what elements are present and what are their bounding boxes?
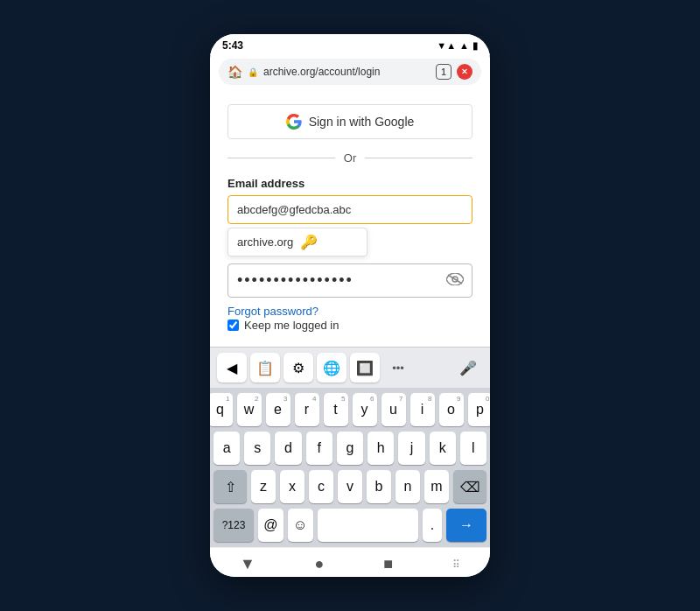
autocomplete-suggestion[interactable]: archive.org 🔑: [228, 228, 368, 256]
key-f[interactable]: f: [306, 432, 332, 465]
mic-button[interactable]: 🎤: [453, 353, 483, 383]
keep-logged-label: Keep me logged in: [244, 319, 339, 332]
key-y[interactable]: 6y: [353, 393, 377, 426]
status-bar: 5:43 ▼▲ ▲ ▮: [210, 34, 490, 55]
nav-home-icon[interactable]: ●: [315, 555, 325, 573]
key-g[interactable]: g: [337, 432, 363, 465]
key-spacebar[interactable]: [318, 509, 418, 542]
home-tab-icon: 🏠: [228, 65, 242, 79]
key-x[interactable]: x: [280, 470, 304, 503]
key-icon: 🔑: [300, 234, 318, 250]
nav-menu-icon[interactable]: ⠿: [452, 558, 460, 571]
login-form: Email address archive.org 🔑 Forgot pa: [228, 177, 472, 332]
key-c[interactable]: c: [309, 470, 333, 503]
keyboard-row-1: 1q 2w 3e 4r 5t 6y 7u 8i 9o 0p: [214, 393, 486, 426]
keep-logged-checkbox[interactable]: [228, 320, 239, 331]
phone-container: 5:43 ▼▲ ▲ ▮ 🏠 🔒 archive.org/account/logi…: [210, 34, 490, 577]
or-divider: Or: [228, 151, 472, 165]
nav-back-icon[interactable]: ▼: [240, 555, 256, 573]
eye-icon[interactable]: [446, 273, 464, 289]
keep-logged-row: Keep me logged in: [228, 319, 472, 332]
clipboard-button[interactable]: 📋: [250, 353, 280, 383]
google-g-icon: [286, 114, 302, 130]
status-icons: ▼▲ ▲ ▮: [437, 40, 478, 52]
key-e[interactable]: 3e: [266, 393, 290, 426]
back-button[interactable]: ◀: [217, 353, 247, 383]
keyboard: 1q 2w 3e 4r 5t 6y 7u 8i 9o 0p a s d f g …: [210, 388, 490, 547]
keyboard-row-3: ⇧ z x c v b n m ⌫: [214, 470, 486, 503]
password-input[interactable]: [228, 263, 472, 298]
email-label: Email address: [228, 177, 472, 190]
settings-button[interactable]: ⚙: [284, 353, 313, 383]
key-z[interactable]: z: [251, 470, 276, 503]
key-at[interactable]: @: [258, 509, 284, 542]
nav-bar: ▼ ● ■ ⠿: [210, 547, 490, 577]
key-o[interactable]: 9o: [439, 393, 464, 426]
extension-icon[interactable]: ✕: [457, 64, 472, 80]
or-text: Or: [344, 151, 356, 165]
lock-icon: 🔒: [248, 67, 258, 77]
key-m[interactable]: m: [424, 470, 449, 503]
key-i[interactable]: 8i: [410, 393, 435, 426]
page-content: Sign in with Google Or Email address arc…: [210, 90, 490, 347]
autocomplete-text: archive.org: [237, 235, 293, 249]
key-numbers[interactable]: ?123: [214, 509, 254, 542]
address-bar[interactable]: 🏠 🔒 archive.org/account/login 1 ✕: [219, 59, 481, 85]
key-r[interactable]: 4r: [295, 393, 319, 426]
key-q[interactable]: 1q: [210, 393, 233, 426]
key-j[interactable]: j: [398, 432, 424, 465]
key-shift[interactable]: ⇧: [214, 470, 247, 503]
key-period[interactable]: .: [423, 509, 442, 542]
signal-icon: ▲: [459, 40, 469, 51]
password-wrapper: [228, 263, 472, 298]
keyboard-row-4: ?123 @ ☺ . →: [214, 509, 486, 542]
key-emoji[interactable]: ☺: [288, 509, 313, 542]
translate-button[interactable]: 🌐: [317, 353, 346, 383]
battery-icon: ▮: [472, 40, 478, 52]
key-l[interactable]: l: [460, 432, 486, 465]
or-line-right: [365, 158, 472, 158]
tab-count[interactable]: 1: [436, 64, 452, 80]
status-time: 5:43: [222, 39, 243, 52]
key-h[interactable]: h: [368, 432, 394, 465]
key-k[interactable]: k: [430, 432, 456, 465]
key-t[interactable]: 5t: [324, 393, 348, 426]
google-signin-button[interactable]: Sign in with Google: [228, 104, 472, 139]
key-v[interactable]: v: [338, 470, 362, 503]
key-enter[interactable]: →: [446, 509, 486, 542]
nav-recents-icon[interactable]: ■: [383, 555, 393, 573]
more-button[interactable]: •••: [383, 353, 413, 383]
key-u[interactable]: 7u: [382, 393, 406, 426]
url-text: archive.org/account/login: [263, 66, 430, 78]
key-p[interactable]: 0p: [468, 393, 491, 426]
key-backspace[interactable]: ⌫: [453, 470, 486, 503]
key-a[interactable]: a: [214, 432, 240, 465]
or-line-left: [228, 158, 335, 158]
keyboard-toolbar: ◀ 📋 ⚙ 🌐 🔲 ••• 🎤: [210, 347, 490, 388]
email-input[interactable]: [228, 195, 472, 224]
key-b[interactable]: b: [367, 470, 391, 503]
google-signin-label: Sign in with Google: [309, 115, 415, 129]
key-d[interactable]: d: [275, 432, 301, 465]
forgot-password-link[interactable]: Forgot password?: [228, 305, 318, 318]
key-n[interactable]: n: [396, 470, 420, 503]
key-s[interactable]: s: [244, 432, 270, 465]
wifi-icon: ▼▲: [437, 40, 456, 51]
key-w[interactable]: 2w: [237, 393, 262, 426]
keyboard-row-2: a s d f g h j k l: [214, 432, 486, 465]
gif-button[interactable]: 🔲: [350, 353, 380, 383]
